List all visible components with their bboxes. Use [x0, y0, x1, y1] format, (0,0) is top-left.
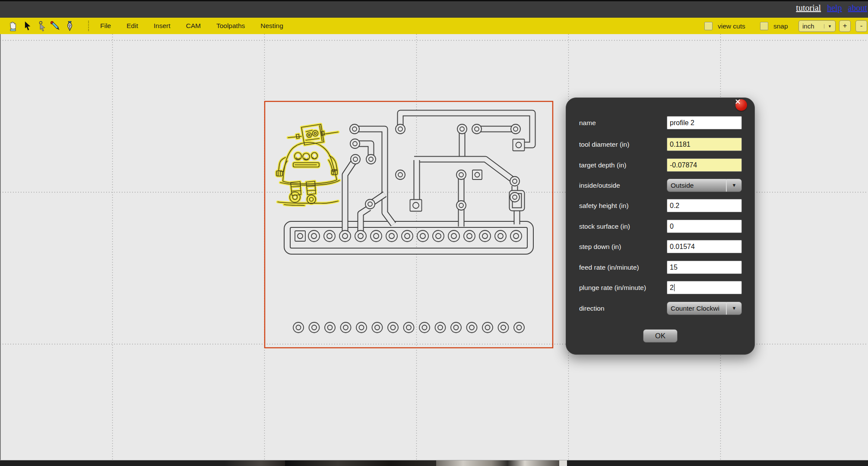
menu-nesting[interactable]: Nesting — [260, 22, 283, 30]
pan-tool-icon[interactable] — [7, 20, 19, 32]
pcb-pads — [293, 124, 525, 333]
step-down-label: step down (in) — [579, 240, 621, 253]
tool-diameter-label: tool diameter (in) — [579, 138, 629, 151]
help-link[interactable]: help — [827, 3, 842, 13]
inside-outside-dropdown[interactable]: Outside ▼ — [667, 179, 742, 192]
snap-label: snap — [773, 22, 788, 30]
ok-button[interactable]: OK — [643, 329, 678, 343]
text-caret — [674, 284, 675, 291]
plunge-rate-input[interactable]: 2 — [667, 281, 742, 294]
feed-rate-label: feed rate (in/minute) — [579, 261, 639, 274]
toolbar-separator — [88, 21, 89, 31]
about-link[interactable]: about — [848, 3, 867, 13]
direction-dropdown[interactable]: Counter Clockwi ▼ — [667, 302, 742, 315]
pencil-tool-icon[interactable] — [49, 20, 61, 32]
inside-outside-value: Outside — [667, 182, 726, 189]
tutorial-link[interactable]: tutorial — [796, 3, 821, 13]
top-links: tutorial help about — [792, 3, 867, 13]
bottom-fragment — [559, 460, 567, 466]
chevron-down-icon: ▼ — [824, 24, 835, 28]
pcb-drawing — [276, 113, 532, 333]
select-tool-icon[interactable] — [22, 20, 33, 32]
bottom-fragment — [436, 460, 559, 466]
stock-surface-input[interactable] — [667, 220, 742, 233]
bottom-fragment — [225, 460, 285, 466]
menu-cam[interactable]: CAM — [186, 22, 200, 30]
plunge-rate-label: plunge rate (in/minute) — [579, 281, 646, 294]
close-button[interactable] — [735, 99, 747, 111]
tool-diameter-input[interactable] — [667, 138, 742, 151]
design-canvas[interactable]: name tool diameter (in) target depth (in… — [0, 34, 868, 460]
plunge-rate-value: 2 — [670, 281, 674, 294]
direction-label: direction — [579, 302, 605, 315]
name-label: name — [579, 116, 596, 129]
snap-checkbox[interactable] — [760, 22, 768, 30]
chevron-down-icon: ▼ — [726, 179, 741, 192]
menu-insert[interactable]: Insert — [154, 22, 171, 30]
feed-rate-input[interactable] — [667, 261, 742, 274]
zoom-in-button[interactable]: + — [839, 20, 851, 32]
zoom-out-button[interactable]: - — [855, 20, 867, 32]
view-cuts-label: view cuts — [718, 22, 745, 30]
top-bar: tutorial help about — [0, 0, 868, 18]
menu-toolpaths[interactable]: Toolpaths — [216, 22, 245, 30]
view-cuts-checkbox[interactable] — [704, 22, 713, 30]
menu-edit[interactable]: Edit — [127, 22, 138, 30]
chevron-down-icon: ▼ — [726, 302, 741, 315]
bottom-page-strip — [0, 460, 868, 466]
units-value: inch — [799, 22, 824, 30]
inside-outside-label: inside/outside — [579, 179, 620, 192]
pen-tool-icon[interactable] — [64, 20, 76, 32]
safety-height-input[interactable] — [667, 199, 742, 212]
direct-select-tool-icon[interactable] — [36, 20, 48, 32]
name-input[interactable] — [667, 116, 742, 129]
toolbar: File Edit Insert CAM Toolpaths Nesting v… — [0, 18, 868, 34]
safety-height-label: safety height (in) — [579, 199, 629, 212]
direction-value: Counter Clockwi — [667, 305, 726, 312]
robot-sketch — [276, 124, 339, 205]
target-depth-input[interactable] — [667, 158, 742, 172]
step-down-input[interactable] — [667, 240, 742, 253]
menu-file[interactable]: File — [100, 22, 111, 30]
bottom-fragment — [285, 460, 436, 466]
stock-surface-label: stock surface (in) — [579, 220, 630, 233]
app-root: { "topbar": { "tutorial": "tutorial", "h… — [0, 0, 868, 466]
units-select[interactable]: inch ▼ — [798, 20, 836, 32]
profile-parameters-dialog: name tool diameter (in) target depth (in… — [566, 98, 755, 355]
target-depth-label: target depth (in) — [579, 158, 626, 172]
menu-bar: File Edit Insert CAM Toolpaths Nesting — [100, 18, 283, 34]
